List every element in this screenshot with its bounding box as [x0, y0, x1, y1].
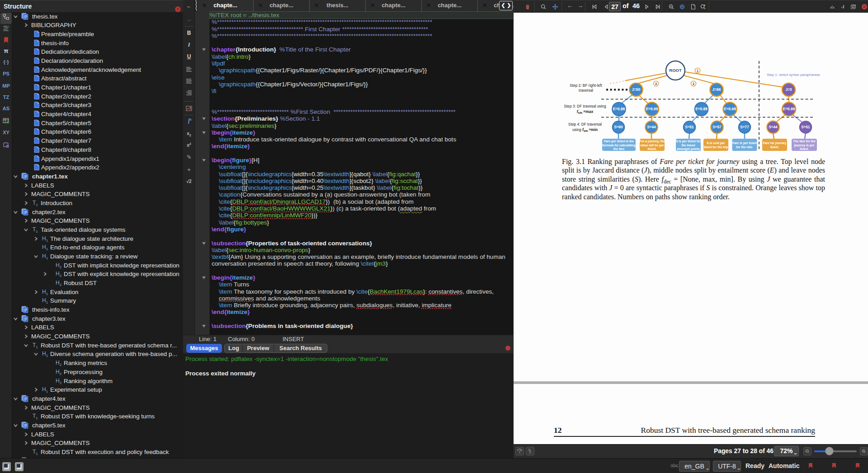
svg-text:Fare per ticket is the: Fare per ticket is the — [604, 140, 634, 143]
svg-text:S=57: S=57 — [712, 125, 722, 129]
svg-text:amongst points: amongst points — [677, 147, 700, 151]
svg-text:It is cost per: It is cost per — [707, 141, 725, 145]
svg-text:the fare: the fare — [613, 147, 625, 150]
svg-text:Step 4: DF traversal: Step 4: DF traversal — [568, 122, 602, 126]
svg-text:Fare is per ticket: Fare is per ticket — [732, 141, 757, 145]
svg-text:Fare for journey: Fare for journey — [763, 141, 787, 145]
svg-text:traversal: traversal — [579, 88, 593, 93]
svg-text:E=0.99: E=0.99 — [724, 107, 736, 111]
svg-text:S=51: S=51 — [801, 125, 810, 129]
svg-text:E=0.88: E=0.88 — [695, 107, 708, 111]
svg-text:3: 3 — [655, 82, 657, 85]
svg-text:E=0.86: E=0.86 — [613, 107, 625, 111]
svg-text:2: 2 — [693, 82, 694, 85]
svg-text:Step 1: select syntax paraphar: Step 1: select syntax parapharase — [767, 73, 820, 77]
svg-text:formula for calculating: formula for calculating — [602, 144, 635, 147]
svg-text:fsm =max: fsm =max — [577, 109, 594, 114]
svg-text:I: I — [528, 448, 529, 451]
svg-text:1: 1 — [697, 69, 698, 72]
svg-text:Step 2: BF right-left: Step 2: BF right-left — [570, 83, 602, 88]
svg-text:ticket.: ticket. — [648, 147, 657, 150]
svg-text:S=77: S=77 — [740, 125, 749, 129]
svg-text:ticket.: ticket. — [800, 147, 809, 150]
svg-text:the travel: the travel — [681, 144, 695, 147]
svg-text:for the ride.: for the ride. — [736, 145, 753, 149]
svg-text:ticket for the trip: ticket for the trip — [704, 145, 728, 149]
svg-text:value will be per: value will be per — [640, 144, 664, 147]
svg-text:The fare for the: The fare for the — [793, 140, 816, 143]
svg-text:S=51: S=51 — [685, 125, 694, 129]
svg-text:S=44: S=44 — [647, 125, 656, 129]
svg-text:ticket.: ticket. — [770, 145, 779, 149]
svg-text:S=44: S=44 — [769, 125, 778, 129]
svg-text:J=0: J=0 — [785, 87, 792, 92]
svg-text:E=0.99: E=0.99 — [646, 107, 658, 111]
svg-text:E=0.99: E=0.99 — [783, 107, 795, 111]
svg-text:It is per ticket for: It is per ticket for — [676, 140, 701, 143]
svg-text:J=50: J=50 — [632, 87, 641, 92]
svg-text:ROOT: ROOT — [669, 68, 682, 73]
svg-text:J=66: J=66 — [712, 87, 721, 92]
svg-text:For a journey, the: For a journey, the — [639, 140, 665, 143]
svg-text:S=60: S=60 — [614, 125, 623, 129]
svg-text:Step 3: DF travesal using: Step 3: DF travesal using — [564, 104, 606, 108]
svg-text:using fsm =min: using fsm =min — [572, 127, 598, 132]
svg-text:1: 1 — [519, 451, 520, 454]
svg-text:journey is per: journey is per — [794, 144, 815, 147]
